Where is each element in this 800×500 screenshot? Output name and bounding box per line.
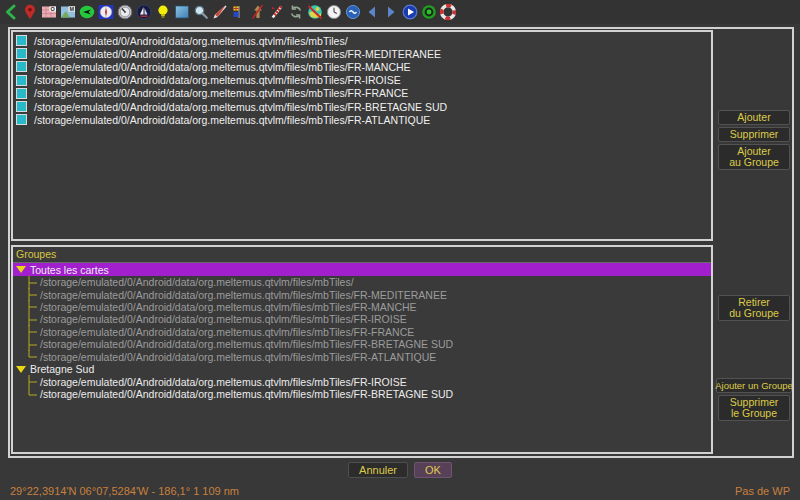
groups-panel: Groupes Toutes les cartes /storage/emula…: [11, 245, 713, 454]
map-checkbox[interactable]: [16, 35, 27, 46]
group-map-path: /storage/emulated/0/Android/data/org.mel…: [40, 301, 417, 313]
status-bar: 29°22,3914'N 06°07,5284'W - 186,1° 1 109…: [10, 485, 790, 497]
map-checkbox[interactable]: [16, 101, 27, 112]
ok-button[interactable]: OK: [414, 462, 452, 478]
tips-bulb-icon[interactable]: [154, 3, 172, 22]
group-map-path: /storage/emulated/0/Android/data/org.mel…: [40, 351, 436, 363]
svg-text:O: O: [51, 6, 56, 12]
next-icon[interactable]: [382, 3, 400, 22]
tree-item[interactable]: /storage/emulated/0/Android/data/org.mel…: [13, 388, 711, 400]
boat-icon[interactable]: [135, 3, 153, 22]
wp-status-text: Pas de WP: [735, 485, 790, 497]
map-files-panel: /storage/emulated/0/Android/data/org.mel…: [11, 30, 713, 241]
group-map-path: /storage/emulated/0/Android/data/org.mel…: [40, 376, 407, 388]
group-map-path: /storage/emulated/0/Android/data/org.mel…: [40, 276, 354, 288]
back-icon[interactable]: [2, 3, 20, 22]
list-item[interactable]: /storage/emulated/0/Android/data/org.mel…: [13, 113, 711, 126]
cancel-button[interactable]: Annuler: [348, 462, 408, 478]
measure-needle-icon[interactable]: [211, 3, 229, 22]
chart-icon[interactable]: [173, 3, 191, 22]
groups-header: Groupes: [13, 247, 711, 263]
group-name: Bretagne Sud: [30, 363, 94, 375]
cursor-position-text: 29°22,3914'N 06°07,5284'W - 186,1° 1 109…: [10, 485, 239, 497]
compass-dial-icon[interactable]: [97, 3, 115, 22]
instrument-dial-icon[interactable]: [116, 3, 134, 22]
group-name: Toutes les cartes: [30, 264, 109, 276]
tree-item[interactable]: /storage/emulated/0/Android/data/org.mel…: [13, 338, 711, 350]
tree-branch-icon: [26, 288, 38, 301]
maps-dialog-frame: /storage/emulated/0/Android/data/org.mel…: [8, 27, 794, 458]
map-tiles-icon[interactable]: M: [59, 3, 77, 22]
tree-branch-icon: [26, 350, 38, 363]
list-item[interactable]: /storage/emulated/0/Android/data/org.mel…: [13, 34, 711, 47]
rescue-icon[interactable]: [439, 3, 457, 22]
previous-icon[interactable]: [363, 3, 381, 22]
tree-item[interactable]: /storage/emulated/0/Android/data/org.mel…: [13, 288, 711, 300]
add-map-button[interactable]: Ajouter: [718, 110, 790, 125]
tree-branch-icon: [26, 276, 38, 289]
group-map-path: /storage/emulated/0/Android/data/org.mel…: [40, 338, 453, 350]
expand-triangle-icon[interactable]: [16, 366, 26, 373]
group-map-path: /storage/emulated/0/Android/data/org.mel…: [40, 313, 407, 325]
map-checkbox[interactable]: [16, 61, 27, 72]
group-map-path: /storage/emulated/0/Android/data/org.mel…: [40, 289, 447, 301]
tree-branch-icon: [26, 325, 38, 338]
map-checkbox[interactable]: [16, 48, 27, 59]
tree-group-bretagne-sud[interactable]: Bretagne Sud: [13, 363, 711, 376]
delete-group-button[interactable]: Supprimerle Groupe: [718, 395, 790, 421]
list-item[interactable]: /storage/emulated/0/Android/data/org.mel…: [13, 74, 711, 87]
svg-text:M: M: [69, 6, 74, 12]
hide-globe-icon[interactable]: [306, 3, 324, 22]
add-group-button[interactable]: Ajouter un Groupe: [716, 378, 792, 393]
group-map-path: /storage/emulated/0/Android/data/org.mel…: [40, 326, 414, 338]
list-item[interactable]: /storage/emulated/0/Android/data/org.mel…: [13, 60, 711, 73]
barrier-icon[interactable]: [268, 3, 286, 22]
dialog-footer: Annuler OK: [0, 462, 800, 478]
side-buttons-column: Ajouter Supprimer Ajouterau Groupe Retir…: [716, 29, 792, 456]
list-item[interactable]: /storage/emulated/0/Android/data/org.mel…: [13, 87, 711, 100]
expand-triangle-icon[interactable]: [16, 266, 26, 273]
tree-branch-icon: [26, 375, 38, 388]
sync-icon[interactable]: [287, 3, 305, 22]
tree-group-toutes-les-cartes[interactable]: Toutes les cartes: [13, 263, 711, 276]
map-path: /storage/emulated/0/Android/data/org.mel…: [34, 101, 447, 113]
tree-item[interactable]: /storage/emulated/0/Android/data/org.mel…: [13, 376, 711, 388]
waypoint-pin-icon[interactable]: [21, 3, 39, 22]
clock-icon[interactable]: [325, 3, 343, 22]
map-file-list: /storage/emulated/0/Android/data/org.mel…: [13, 32, 711, 126]
tree-item[interactable]: /storage/emulated/0/Android/data/org.mel…: [13, 301, 711, 313]
map-path: /storage/emulated/0/Android/data/org.mel…: [34, 87, 408, 99]
tree-item[interactable]: /storage/emulated/0/Android/data/org.mel…: [13, 350, 711, 362]
map-path: /storage/emulated/0/Android/data/org.mel…: [34, 114, 430, 126]
list-item[interactable]: /storage/emulated/0/Android/data/org.mel…: [13, 47, 711, 60]
remove-from-group-button[interactable]: Retirerdu Groupe: [718, 295, 790, 321]
map-checkbox[interactable]: [16, 88, 27, 99]
weather-globe-icon[interactable]: [344, 3, 362, 22]
hide-route-icon[interactable]: [249, 3, 267, 22]
add-to-group-button[interactable]: Ajouterau Groupe: [718, 144, 790, 170]
tree-item[interactable]: /storage/emulated/0/Android/data/org.mel…: [13, 326, 711, 338]
map-path: /storage/emulated/0/Android/data/org.mel…: [34, 61, 411, 73]
tree-item[interactable]: /storage/emulated/0/Android/data/org.mel…: [13, 313, 711, 325]
remove-map-button[interactable]: Supprimer: [718, 127, 790, 142]
play-icon[interactable]: [401, 3, 419, 22]
record-icon[interactable]: [420, 3, 438, 22]
osm-map-icon[interactable]: O: [40, 3, 58, 22]
map-path: /storage/emulated/0/Android/data/org.mel…: [34, 74, 401, 86]
map-checkbox[interactable]: [16, 114, 27, 125]
flag-icon[interactable]: [230, 3, 248, 22]
group-map-path: /storage/emulated/0/Android/data/org.mel…: [40, 388, 453, 400]
main-toolbar: O M: [0, 0, 800, 24]
tree-branch-icon: [26, 388, 38, 401]
map-checkbox[interactable]: [16, 75, 27, 86]
map-path: /storage/emulated/0/Android/data/org.mel…: [34, 48, 441, 60]
tree-branch-icon: [26, 313, 38, 326]
map-path: /storage/emulated/0/Android/data/org.mel…: [34, 35, 348, 47]
tree-item[interactable]: /storage/emulated/0/Android/data/org.mel…: [13, 276, 711, 288]
tree-branch-icon: [26, 300, 38, 313]
zoom-icon[interactable]: [192, 3, 210, 22]
list-item[interactable]: /storage/emulated/0/Android/data/org.mel…: [13, 100, 711, 113]
compass-go-icon[interactable]: [78, 3, 96, 22]
tree-branch-icon: [26, 338, 38, 351]
